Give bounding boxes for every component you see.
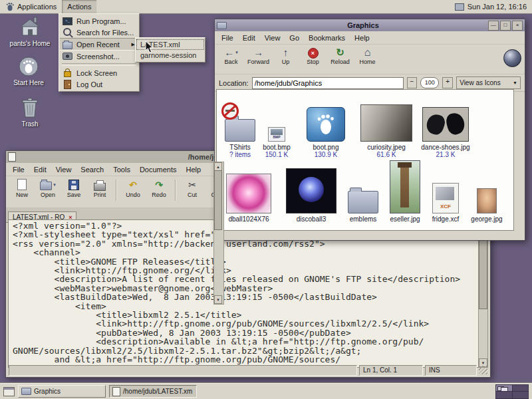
maximize-button[interactable]: □: [500, 21, 511, 31]
open-recent-submenu: LATEST.xml garnome-session: [135, 37, 205, 63]
gedit-text-area[interactable]: <?xml version="1.0"?> <?xml-stylesheet t…: [8, 219, 482, 368]
actions-menu-button[interactable]: Actions: [62, 0, 96, 13]
file-eseller-jpg[interactable]: eseller.jpg: [387, 171, 423, 223]
clock-applet[interactable]: Sun Jan 12, 16:16: [450, 3, 532, 11]
menu-item-search-for-files[interactable]: Search for Files...: [60, 27, 138, 38]
undo-button[interactable]: ↶ Undo: [121, 178, 145, 204]
file-dball1024x76[interactable]: dball1024X76: [225, 171, 273, 223]
workspace-1[interactable]: [496, 385, 512, 392]
open-dropdown-icon[interactable]: ▾: [53, 182, 56, 188]
menu-view[interactable]: View: [260, 34, 285, 42]
camera-icon: [63, 53, 72, 60]
menu-search[interactable]: Search: [76, 166, 108, 174]
folder-icon: [348, 191, 378, 213]
new-button[interactable]: New: [10, 178, 34, 204]
close-button[interactable]: ×: [512, 21, 523, 31]
file-boot-png[interactable]: boot.png 130.9 K: [301, 99, 351, 158]
location-input[interactable]: [252, 77, 404, 89]
workspace-2[interactable]: [513, 385, 529, 392]
back-button[interactable]: ← ▾ Back: [218, 46, 244, 72]
search-icon: [63, 28, 71, 36]
document-icon: [112, 387, 120, 396]
tower-photo-thumbnail: [390, 160, 420, 213]
taskbar-button-gedit[interactable]: /home/jdub/LATEST.xm: [109, 385, 197, 398]
view-as-selector[interactable]: View as Icons ▼: [456, 76, 521, 89]
gedit-statusbar: Ln 1, Col. 1 INS: [7, 364, 489, 376]
up-button[interactable]: ↑ Up: [273, 46, 299, 72]
menu-documents[interactable]: Documents: [135, 166, 182, 174]
open-folder-icon: [40, 182, 52, 190]
forward-button[interactable]: → Forward: [245, 46, 271, 72]
file-george-jpg[interactable]: george.jpg: [471, 171, 503, 223]
nautilus-window-title: Graphics: [235, 21, 491, 29]
print-button[interactable]: Print: [88, 178, 112, 204]
cut-button[interactable]: ✂ Cut: [180, 178, 204, 204]
applications-menu-button[interactable]: Applications: [0, 0, 62, 13]
menu-view[interactable]: View: [51, 166, 76, 174]
menu-file[interactable]: File: [8, 166, 29, 174]
workspace-3[interactable]: [496, 392, 512, 398]
menu-item-screenshot[interactable]: Screenshot...: [60, 51, 138, 62]
code-line: <channel>: [13, 248, 481, 257]
nautilus-titlebar[interactable]: Graphics — □ ×: [215, 19, 525, 31]
zoom-out-button[interactable]: −: [407, 77, 418, 88]
back-dropdown-icon[interactable]: ▾: [235, 50, 238, 55]
menu-separator: [62, 63, 136, 66]
file-fridge-xcf[interactable]: fridge.xcf: [428, 171, 463, 223]
menu-tools[interactable]: Tools: [108, 166, 135, 174]
file-curiosity-jpeg[interactable]: curiosity.jpeg 61.6 K: [358, 99, 415, 158]
menu-bookmarks[interactable]: Bookmarks: [304, 34, 350, 42]
menu-item-log-out[interactable]: Log Out: [60, 78, 138, 90]
code-line: GNOME/sources/libxml2/2.5/libxml2-2.5.1.…: [13, 346, 481, 355]
status-message-area: [9, 365, 357, 376]
desktop-icon-home[interactable]: pants's Home: [5, 17, 55, 47]
menu-item-run-program[interactable]: Run Program...: [60, 15, 138, 27]
menu-file[interactable]: File: [217, 34, 238, 42]
menu-go[interactable]: Go: [285, 34, 304, 42]
open-button[interactable]: ▾ Open: [36, 178, 60, 204]
home-toolbar-icon: ⌂: [364, 47, 371, 58]
start-here-icon: [17, 56, 40, 77]
scroll-down-icon[interactable]: ▼: [214, 295, 222, 304]
file-tshirts[interactable]: TShirts ? items: [221, 99, 259, 158]
home-button[interactable]: ⌂ Home: [354, 46, 380, 72]
menu-item-open-recent[interactable]: Open Recent ▶: [60, 38, 138, 51]
stop-button[interactable]: × Stop: [300, 46, 326, 72]
zoom-level-indicator: 100: [420, 77, 439, 88]
throbber-icon: [503, 49, 521, 67]
file-dance-shoes-jpg[interactable]: dance-shoes.jpg 21.3 K: [420, 99, 471, 158]
desktop-icon-start-here[interactable]: Start Here: [4, 56, 53, 86]
window-list-applet-icon[interactable]: [3, 387, 15, 396]
zoom-in-button[interactable]: +: [442, 77, 453, 88]
submenu-item-latest-xml[interactable]: LATEST.xml: [136, 39, 204, 50]
menu-edit[interactable]: Edit: [238, 34, 260, 42]
code-line: <link>http://ftp.gnome.org/</link>: [13, 266, 481, 275]
minimize-button[interactable]: —: [488, 21, 499, 31]
menu-edit[interactable]: Edit: [29, 166, 51, 174]
up-arrow-icon: ↑: [283, 47, 289, 58]
file-boot-bmp[interactable]: boot.bmp 150.1 K: [259, 99, 294, 158]
folder-icon: [63, 42, 72, 49]
file-emblems[interactable]: emblems: [344, 171, 382, 223]
gedit-vertical-scrollbar[interactable]: ▲ ▼: [478, 219, 488, 368]
redo-button[interactable]: ↷ Redo: [147, 178, 171, 204]
resize-grip[interactable]: [479, 366, 487, 374]
submenu-item-garnome-session[interactable]: garnome-session: [136, 50, 204, 61]
undo-icon: ↶: [129, 180, 137, 190]
menu-item-lock-screen[interactable]: Lock Screen: [60, 67, 138, 78]
reload-button[interactable]: ↻ Reload: [327, 46, 353, 72]
toolbar-separator: [175, 180, 176, 201]
code-line: <title>libxml2 2.5.1</title>: [13, 311, 481, 319]
desktop-icon-trash[interactable]: Trash: [5, 97, 55, 128]
nautilus-vertical-scrollbar[interactable]: ▲ ▼: [213, 162, 224, 305]
bottom-panel: Graphics /home/jdub/LATEST.xm: [0, 383, 532, 399]
taskbar-button-graphics[interactable]: Graphics: [18, 385, 106, 398]
file-discoball3[interactable]: discoball3: [285, 171, 338, 223]
workspace-4[interactable]: [513, 392, 529, 398]
workspace-switcher: [495, 384, 529, 399]
nautilus-file-view[interactable]: TShirts ? items boot.bmp 150.1 K boot.pn…: [216, 89, 514, 231]
menu-help[interactable]: Help: [182, 166, 206, 174]
save-button[interactable]: Save: [62, 178, 86, 204]
scrollbar-thumb[interactable]: [214, 170, 222, 230]
menu-help[interactable]: Help: [350, 34, 374, 42]
